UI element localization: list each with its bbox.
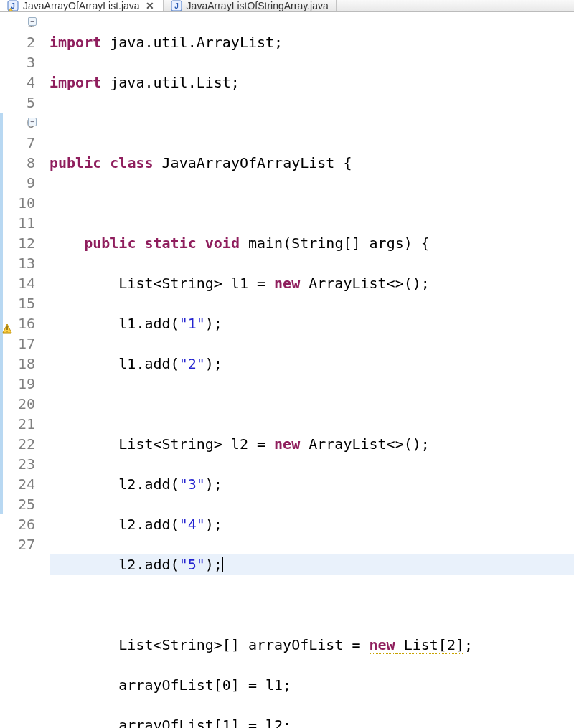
- svg-rect-7: [6, 331, 7, 332]
- tab-java-array-of-arraylist[interactable]: J JavaArrayOfArrayList.java ✕: [0, 0, 164, 11]
- fold-toggle-icon[interactable]: −: [28, 118, 37, 126]
- code-editor[interactable]: 1− 2 3 4 5 6− 7 8 9 10 11 12 13 14 15 16…: [0, 12, 574, 728]
- tab-label: JavaArrayListOfStringArray.java: [187, 0, 329, 11]
- current-line: l2.add("5");: [50, 554, 574, 575]
- tab-java-arraylist-of-string-array[interactable]: J JavaArrayListOfStringArray.java: [164, 0, 337, 11]
- tab-label: JavaArrayOfArrayList.java: [23, 0, 140, 11]
- line-number-gutter: 1− 2 3 4 5 6− 7 8 9 10 11 12 13 14 15 16…: [0, 12, 39, 728]
- svg-rect-6: [6, 326, 7, 330]
- warning-icon[interactable]: [2, 318, 12, 328]
- java-file-icon: J: [171, 0, 182, 11]
- text-cursor: [222, 557, 223, 572]
- close-icon[interactable]: ✕: [144, 0, 156, 11]
- code-content[interactable]: import java.util.ArrayList; import java.…: [39, 12, 574, 728]
- fold-toggle-icon[interactable]: −: [28, 17, 37, 26]
- java-file-warning-icon: J: [7, 0, 19, 11]
- svg-text:J: J: [174, 2, 179, 10]
- editor-tab-bar: J JavaArrayOfArrayList.java ✕ J JavaArra…: [0, 0, 574, 12]
